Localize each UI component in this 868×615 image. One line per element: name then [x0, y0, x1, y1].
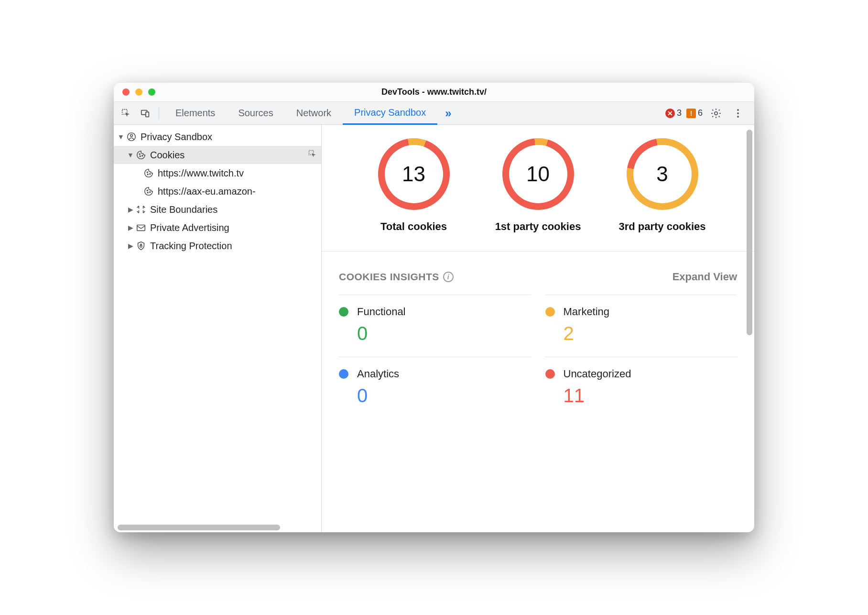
stat-value: 3 [656, 162, 668, 186]
more-tabs-button[interactable]: » [439, 107, 457, 120]
sidebar-tree: Privacy Sandbox Cookies ht [114, 125, 321, 258]
tree-label: Tracking Protection [150, 241, 232, 252]
svg-point-5 [737, 112, 739, 114]
svg-point-8 [130, 134, 133, 137]
insight-functional[interactable]: Functional 0 [339, 295, 531, 357]
expand-arrow-icon[interactable] [126, 206, 135, 213]
insight-uncategorized[interactable]: Uncategorized 11 [545, 357, 738, 419]
panel-tabs: Elements Sources Network Privacy Sandbox [164, 102, 437, 125]
svg-point-11 [142, 155, 143, 156]
errors-count: 3 [677, 108, 682, 118]
horizontal-scrollbar[interactable] [118, 525, 280, 530]
expand-arrow-icon[interactable] [117, 133, 125, 141]
error-icon: ✕ [665, 109, 675, 118]
settings-button[interactable] [707, 105, 725, 122]
stat-label: Total cookies [380, 220, 447, 234]
insights-title-text: COOKIES INSIGHTS [339, 271, 439, 283]
svg-point-4 [737, 109, 739, 111]
tab-elements[interactable]: Elements [164, 102, 227, 125]
stat-label: 1st party cookies [495, 220, 581, 234]
stat-ring: 13 [378, 138, 450, 210]
site-boundaries-icon [135, 204, 147, 215]
insight-value: 2 [564, 323, 738, 344]
info-icon[interactable]: i [443, 272, 454, 282]
main-panel: 13 Total cookies 10 1st party cookies 3 … [322, 125, 754, 532]
bullet-icon [339, 369, 348, 379]
tab-privacy-sandbox[interactable]: Privacy Sandbox [343, 102, 437, 125]
content-area: Privacy Sandbox Cookies ht [114, 125, 754, 532]
stat-value: 13 [402, 162, 425, 186]
cookie-stats: 13 Total cookies 10 1st party cookies 3 … [322, 125, 754, 252]
stat-ring: 3 [627, 138, 698, 210]
privacy-sandbox-icon [125, 132, 138, 142]
device-toolbar-icon[interactable] [137, 105, 154, 122]
warning-icon: ! [686, 109, 696, 118]
more-options-button[interactable] [729, 105, 747, 122]
svg-point-17 [147, 192, 148, 193]
tree-item-origin[interactable]: https://www.twitch.tv [114, 164, 321, 182]
toolbar-right: ✕ 3 ! 6 [665, 105, 750, 122]
sidebar: Privacy Sandbox Cookies ht [114, 125, 322, 532]
stat-total-cookies: 13 Total cookies [369, 138, 459, 234]
insight-name: Functional [357, 306, 406, 318]
window-title: DevTools - www.twitch.tv/ [114, 87, 754, 97]
stat-value: 10 [526, 162, 550, 186]
tree-item-private-advertising[interactable]: Private Advertising [114, 219, 321, 237]
svg-rect-20 [140, 245, 142, 247]
tree-label: https://aax-eu.amazon- [158, 186, 256, 197]
insight-marketing[interactable]: Marketing 2 [545, 295, 738, 357]
expand-arrow-icon[interactable] [126, 151, 135, 159]
svg-point-18 [150, 192, 151, 193]
insight-analytics[interactable]: Analytics 0 [339, 357, 531, 419]
tree-item-site-boundaries[interactable]: Site Boundaries [114, 200, 321, 219]
tab-sources[interactable]: Sources [227, 102, 284, 125]
tree-item-tracking-protection[interactable]: Tracking Protection [114, 237, 321, 255]
tree-label: Site Boundaries [150, 204, 217, 215]
cookie-icon [142, 186, 155, 197]
svg-point-10 [140, 156, 141, 157]
bullet-icon [545, 369, 555, 379]
insights-header: COOKIES INSIGHTS i Expand View [322, 252, 754, 295]
expand-arrow-icon[interactable] [126, 242, 135, 250]
insights-title: COOKIES INSIGHTS i [339, 271, 454, 283]
vertical-scrollbar[interactable] [747, 130, 752, 335]
cookie-icon [142, 168, 155, 178]
tree-label: Cookies [150, 150, 184, 161]
errors-badge[interactable]: ✕ 3 [665, 108, 682, 118]
svg-point-16 [147, 190, 148, 191]
insight-value: 11 [564, 385, 738, 406]
inspect-icon[interactable] [308, 149, 317, 161]
bullet-icon [545, 307, 555, 317]
expand-arrow-icon[interactable] [126, 224, 135, 231]
svg-rect-19 [137, 225, 145, 231]
svg-point-14 [147, 174, 148, 175]
tree-item-privacy-sandbox[interactable]: Privacy Sandbox [114, 128, 321, 146]
svg-rect-2 [146, 112, 149, 117]
shield-lock-icon [135, 241, 147, 251]
stat-ring: 10 [502, 138, 574, 210]
warnings-badge[interactable]: ! 6 [686, 108, 703, 118]
tree-item-cookies[interactable]: Cookies [114, 146, 321, 164]
svg-point-9 [139, 154, 140, 154]
bullet-icon [339, 307, 348, 317]
tree-label: Private Advertising [150, 222, 229, 233]
insight-name: Analytics [357, 368, 399, 380]
insight-value: 0 [357, 385, 531, 406]
tree-item-origin[interactable]: https://aax-eu.amazon- [114, 182, 321, 200]
stat-first-party-cookies: 10 1st party cookies [493, 138, 584, 234]
titlebar: DevTools - www.twitch.tv/ [114, 83, 754, 102]
inspect-element-icon[interactable] [118, 105, 135, 122]
expand-view-button[interactable]: Expand View [673, 271, 737, 283]
insight-name: Uncategorized [564, 368, 631, 380]
insights-grid: Functional 0 Marketing 2 Analytics [322, 295, 754, 428]
stat-third-party-cookies: 3 3rd party cookies [617, 138, 708, 234]
tree-label: https://www.twitch.tv [158, 168, 244, 179]
devtools-window: DevTools - www.twitch.tv/ Elements Sourc… [114, 83, 754, 532]
warnings-count: 6 [698, 108, 703, 118]
svg-point-3 [715, 111, 717, 114]
svg-point-6 [737, 116, 739, 118]
insight-value: 0 [357, 323, 531, 344]
toolbar-separator [159, 107, 159, 120]
tab-network[interactable]: Network [285, 102, 343, 125]
cookie-icon [135, 150, 147, 160]
